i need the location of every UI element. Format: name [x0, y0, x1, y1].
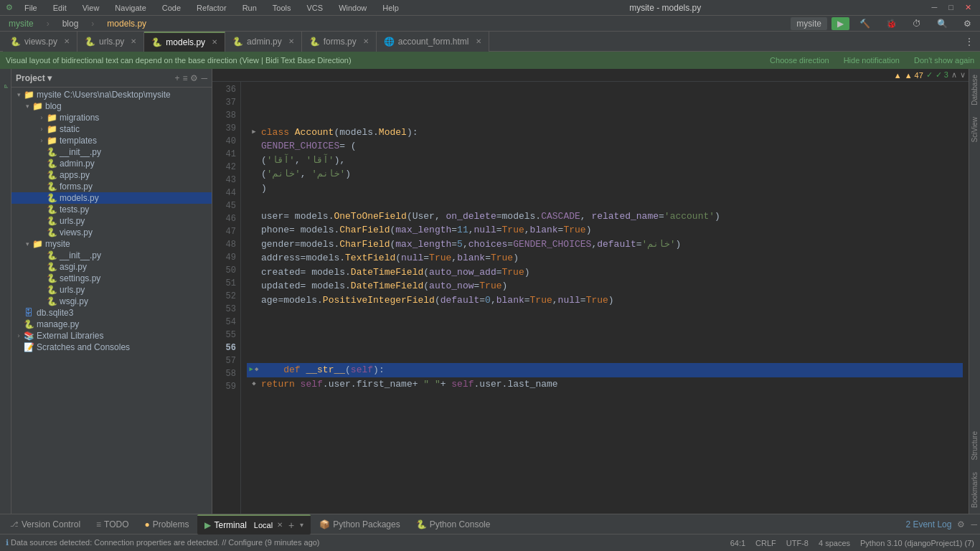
breadcrumb-mysite[interactable]: mysite — [3, 17, 39, 30]
notification-hide[interactable]: Hide notification — [844, 56, 900, 65]
menu-run[interactable]: Run — [240, 2, 260, 14]
indentation[interactable]: 4 spaces — [819, 539, 850, 547]
terminal-tab[interactable]: ▶ Terminal Local ✕ + ▾ — [197, 514, 311, 534]
menu-navigate[interactable]: Navigate — [112, 2, 149, 14]
tree-blog-models[interactable]: 🐍 models.py — [11, 192, 212, 204]
menu-vcs[interactable]: VCS — [304, 2, 326, 14]
tree-blog[interactable]: ▾ 📁 blog — [11, 100, 212, 112]
version-control-tab[interactable]: ⎇ Version Control — [3, 514, 88, 534]
mysite-inner-folder-icon: 📁 — [32, 239, 43, 249]
tree-blog-admin[interactable]: 🐍 admin.py — [11, 158, 212, 169]
python-packages-tab[interactable]: 📦 Python Packages — [312, 514, 407, 534]
notification-choose-direction[interactable]: Choose direction — [770, 56, 829, 65]
tab-forms-close[interactable]: ✕ — [363, 37, 369, 45]
tree-db[interactable]: 🗄 db.sqlite3 — [11, 307, 212, 319]
project-panel-toggle[interactable]: P — [1, 72, 11, 100]
run-button[interactable]: ▶ — [831, 17, 849, 30]
notification-dont-show[interactable]: Don't show again — [914, 56, 974, 65]
cursor-position[interactable]: 64:1 — [730, 539, 745, 547]
debug-button[interactable]: 🐞 — [880, 17, 903, 30]
sciview-panel-toggle[interactable]: SciView — [969, 111, 980, 148]
minimize-button[interactable]: ─ — [929, 3, 941, 12]
tab-models-close[interactable]: ✕ — [212, 38, 217, 46]
python-version[interactable]: Python 3.10 (djangoProject1) (7) — [860, 539, 974, 547]
menu-refactor[interactable]: Refactor — [194, 2, 230, 14]
structure-panel-toggle[interactable]: Structure — [969, 425, 980, 466]
close-panel-button[interactable]: ─ — [201, 73, 207, 83]
tree-manage[interactable]: 🐍 manage.py — [11, 319, 212, 330]
python-console-tab[interactable]: 🐍 Python Console — [409, 514, 498, 534]
py-icon-manage: 🐍 — [23, 319, 34, 329]
menu-tools[interactable]: Tools — [270, 2, 294, 14]
tree-external-libs[interactable]: › 📚 External Libraries — [11, 330, 212, 342]
tree-templates[interactable]: › 📁 templates — [11, 135, 212, 146]
tab-urls[interactable]: 🐍 urls.py ✕ — [77, 32, 144, 52]
menu-view[interactable]: View — [80, 2, 103, 14]
bookmarks-panel-toggle[interactable]: Bookmarks — [969, 466, 980, 514]
tree-blog-forms[interactable]: 🐍 forms.py — [11, 181, 212, 192]
tab-admin[interactable]: 🐍 admin.py ✕ — [225, 32, 302, 52]
problems-tab[interactable]: ● Problems — [138, 514, 197, 534]
profile-button[interactable]: ⏱ — [907, 17, 927, 30]
build-button[interactable]: 🔨 — [854, 17, 876, 30]
tree-mysite-settings[interactable]: 🐍 settings.py — [11, 273, 212, 284]
scroll-down-button[interactable]: ∨ — [960, 70, 966, 80]
tree-mysite-init[interactable]: 🐍 __init__.py — [11, 250, 212, 261]
terminal-local-close[interactable]: ✕ — [277, 521, 283, 529]
settings-button[interactable]: ⚙ — [958, 17, 977, 30]
code-editor-content[interactable]: ▶class Account(models.Model): GENDER_CHO… — [241, 82, 969, 514]
todo-tab[interactable]: ≡ TODO — [89, 514, 136, 534]
terminal-dropdown-button[interactable]: ▾ — [300, 521, 303, 529]
tree-mysite-wsgi[interactable]: 🐍 wsgi.py — [11, 296, 212, 307]
tab-account-form[interactable]: 🌐 account_form.html ✕ — [377, 32, 489, 52]
tab-forms[interactable]: 🐍 forms.py ✕ — [302, 32, 377, 52]
tab-account-close[interactable]: ✕ — [476, 37, 481, 45]
tree-root-mysite[interactable]: ▾ 📁 mysite C:\Users\na\Desktop\mysite — [11, 89, 212, 100]
tree-blog-views[interactable]: 🐍 views.py — [11, 227, 212, 238]
py-icon-blog-urls: 🐍 — [46, 216, 57, 226]
tab-admin-close[interactable]: ✕ — [288, 37, 294, 45]
search-button[interactable]: 🔍 — [931, 17, 953, 30]
scroll-up-button[interactable]: ∧ — [951, 70, 957, 80]
code-content-area[interactable]: 36 37 38 39 40 41 42 43 44 45 46 47 48 4… — [212, 82, 969, 514]
menu-window[interactable]: Window — [336, 2, 369, 14]
project-tree: ▾ 📁 mysite C:\Users\na\Desktop\mysite ▾ … — [11, 88, 212, 514]
database-panel-toggle[interactable]: Database — [969, 69, 980, 111]
line-ending[interactable]: CRLF — [755, 539, 776, 547]
tree-mysite-asgi[interactable]: 🐍 asgi.py — [11, 261, 212, 273]
tree-blog-urls[interactable]: 🐍 urls.py — [11, 215, 212, 227]
close-button[interactable]: ✕ — [962, 3, 974, 12]
menu-edit[interactable]: Edit — [50, 2, 70, 14]
add-terminal-button[interactable]: + — [286, 519, 297, 531]
tab-models[interactable]: 🐍 models.py ✕ — [144, 32, 225, 52]
branch-selector[interactable]: mysite — [791, 17, 827, 30]
tree-mysite-inner[interactable]: ▾ 📁 mysite — [11, 238, 212, 250]
tree-static[interactable]: › 📁 static — [11, 123, 212, 135]
tree-mysite-urls[interactable]: 🐍 urls.py — [11, 284, 212, 296]
tree-blog-apps[interactable]: 🐍 apps.py — [11, 169, 212, 181]
breadcrumb-blog[interactable]: blog — [57, 17, 85, 30]
tree-migrations[interactable]: › 📁 migrations — [11, 112, 212, 123]
tree-blog-tests[interactable]: 🐍 tests.py — [11, 204, 212, 215]
run-line-icon: ▶ — [250, 365, 253, 375]
new-file-button[interactable]: + — [174, 73, 179, 83]
collapse-all-button[interactable]: ≡ — [182, 73, 187, 83]
file-encoding[interactable]: UTF-8 — [786, 539, 809, 547]
event-log-button[interactable]: 2 Event Log — [905, 519, 951, 529]
tree-blog-init[interactable]: 🐍 __init__.py — [11, 146, 212, 158]
tree-scratches[interactable]: 📝 Scratches and Consoles — [11, 342, 212, 353]
tab-views[interactable]: 🐍 views.py ✕ — [3, 32, 77, 52]
menu-help[interactable]: Help — [380, 2, 402, 14]
menu-code[interactable]: Code — [159, 2, 184, 14]
breadcrumb-models[interactable]: models.py — [101, 17, 152, 30]
maximize-button[interactable]: □ — [946, 3, 956, 12]
tab-overflow-button[interactable]: ⋮ — [958, 36, 980, 47]
tab-urls-close[interactable]: ✕ — [131, 37, 136, 45]
settings-tree-button[interactable]: ⚙ — [190, 73, 198, 83]
code-editor: ▲ ▲ 47 ✓ ✓ 3 ∧ ∨ 36 37 38 39 40 41 42 43… — [212, 69, 969, 514]
bottom-settings-button[interactable]: ⚙ — [957, 519, 965, 529]
bottom-close-button[interactable]: ─ — [971, 519, 977, 529]
menu-file[interactable]: File — [22, 2, 40, 14]
py-icon-mysite-settings: 🐍 — [46, 273, 57, 283]
tab-views-close[interactable]: ✕ — [64, 37, 70, 45]
